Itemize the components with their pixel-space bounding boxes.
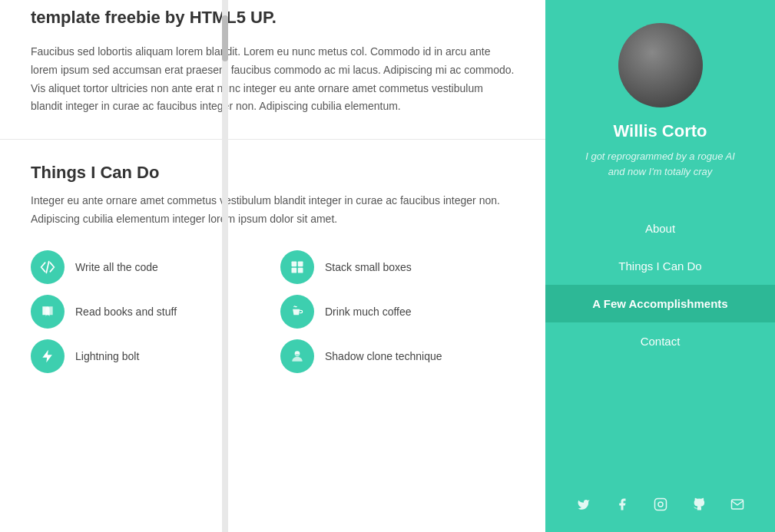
skill-label-coffee: Drink much coffee xyxy=(325,306,412,318)
svg-rect-3 xyxy=(298,268,303,273)
skill-label-bolt: Lightning bolt xyxy=(75,350,139,362)
skill-label-boxes: Stack small boxes xyxy=(325,261,412,273)
profile-tagline: I got reprogrammed by a rogue AIand now … xyxy=(585,149,735,179)
nav-item-things[interactable]: Things I Can Do xyxy=(545,247,775,285)
skill-item-book: Read books and stuff xyxy=(31,295,265,329)
code-icon xyxy=(31,250,65,284)
skill-item-bolt: Lightning bolt xyxy=(31,339,265,373)
instagram-icon[interactable] xyxy=(648,492,673,517)
skills-title: Things I Can Do xyxy=(31,163,515,183)
skills-description: Integer eu ante ornare amet commetus ves… xyxy=(31,192,515,229)
svg-point-4 xyxy=(295,351,300,356)
sidebar: Willis Corto I got reprogrammed by a rog… xyxy=(545,0,775,532)
svg-point-7 xyxy=(663,501,664,502)
skill-label-book: Read books and stuff xyxy=(75,306,177,318)
skills-grid: Write all the code Stack small boxes xyxy=(31,250,515,373)
svg-rect-2 xyxy=(292,268,297,273)
boxes-icon xyxy=(280,250,314,284)
ninja-icon xyxy=(280,339,314,373)
nav-item-contact[interactable]: Contact xyxy=(545,322,775,360)
skill-item-coffee: Drink much coffee xyxy=(280,295,515,329)
book-icon xyxy=(31,295,65,329)
skill-label-code: Write all the code xyxy=(75,261,158,273)
nav-item-about[interactable]: About xyxy=(545,210,775,247)
github-icon[interactable] xyxy=(687,492,711,517)
scrollbar-thumb[interactable] xyxy=(222,15,228,61)
svg-rect-1 xyxy=(298,261,303,266)
bolt-icon xyxy=(31,339,65,373)
avatar xyxy=(618,23,703,107)
twitter-icon[interactable] xyxy=(571,492,596,517)
skill-item-code: Write all the code xyxy=(31,250,265,284)
facebook-icon[interactable] xyxy=(610,492,634,517)
nav-item-accomplishments[interactable]: A Few Accomplishments xyxy=(545,285,775,322)
skills-section: Things I Can Do Integer eu ante ornare a… xyxy=(0,140,545,404)
coffee-icon xyxy=(280,295,314,329)
scrollbar-track[interactable] xyxy=(222,0,228,532)
skill-item-boxes: Stack small boxes xyxy=(280,250,515,284)
profile-name: Willis Corto xyxy=(613,121,707,141)
email-icon[interactable] xyxy=(725,492,750,517)
skill-label-ninja: Shadow clone technique xyxy=(325,350,442,362)
intro-title: template freebie by HTML5 UP. xyxy=(31,8,515,28)
main-content: template freebie by HTML5 UP. Faucibus s… xyxy=(0,0,545,532)
svg-rect-5 xyxy=(654,499,666,511)
intro-section: template freebie by HTML5 UP. Faucibus s… xyxy=(0,0,545,140)
sidebar-nav: About Things I Can Do A Few Accomplishme… xyxy=(545,210,775,360)
profile-section: Willis Corto I got reprogrammed by a rog… xyxy=(545,0,775,202)
svg-point-6 xyxy=(658,502,663,507)
skill-item-ninja: Shadow clone technique xyxy=(280,339,515,373)
svg-rect-0 xyxy=(292,261,297,266)
social-links xyxy=(545,477,775,532)
intro-body: Faucibus sed lobortis aliquam lorem blan… xyxy=(31,43,515,116)
